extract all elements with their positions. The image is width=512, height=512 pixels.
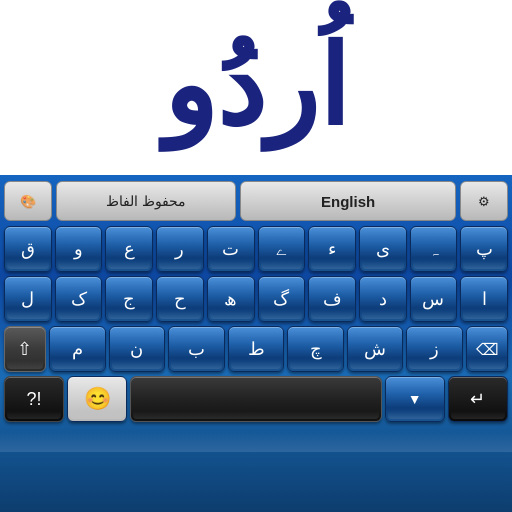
key-aa[interactable]: ا	[460, 276, 508, 322]
keyboard-row-3: ⇧ م ن ب ط چ ش ز ⌫	[4, 326, 508, 372]
arrow-down-icon: ▼	[408, 391, 422, 407]
shift-key[interactable]: ⇧	[4, 326, 46, 372]
key-tt[interactable]: ط	[228, 326, 285, 372]
keyboard-row-4: !? 😊 ▼ ↵	[4, 376, 508, 422]
key-a[interactable]: ل	[4, 276, 52, 322]
key-e[interactable]: ع	[105, 226, 153, 272]
paint-icon: 🎨	[20, 194, 36, 209]
key-m[interactable]: م	[49, 326, 106, 372]
saved-words-label: محفوظ الفاظ	[106, 193, 186, 209]
paint-button[interactable]: 🎨	[4, 181, 52, 221]
key-n[interactable]: ن	[109, 326, 166, 372]
key-b[interactable]: ب	[168, 326, 225, 372]
key-l[interactable]: س	[410, 276, 458, 322]
key-g[interactable]: ھ	[207, 276, 255, 322]
settings-icon: ⚙	[478, 194, 490, 209]
key-k[interactable]: د	[359, 276, 407, 322]
keyboard-row-2: ل ک ج ح ھ گ ف د س ا	[4, 276, 508, 322]
emoji-icon: 😊	[84, 386, 111, 412]
settings-button[interactable]: ⚙	[460, 181, 508, 221]
key-w[interactable]: و	[55, 226, 103, 272]
backspace-key[interactable]: ⌫	[466, 326, 508, 372]
key-h[interactable]: گ	[258, 276, 306, 322]
key-q[interactable]: ق	[4, 226, 52, 272]
key-p[interactable]: پ	[460, 226, 508, 272]
enter-icon: ↵	[470, 388, 485, 410]
toolbar-row: 🎨 محفوظ الفاظ English ⚙	[4, 181, 508, 221]
key-f[interactable]: ح	[156, 276, 204, 322]
key-o[interactable]: ہ	[410, 226, 458, 272]
key-y[interactable]: ے	[258, 226, 306, 272]
urdu-logo-text: اُردُو	[163, 33, 349, 143]
arrow-down-key[interactable]: ▼	[385, 376, 445, 422]
enter-key[interactable]: ↵	[448, 376, 508, 422]
key-u[interactable]: ء	[308, 226, 356, 272]
space-key[interactable]	[130, 376, 381, 422]
key-r[interactable]: ر	[156, 226, 204, 272]
header-area: اُردُو	[0, 0, 512, 175]
shift-icon: ⇧	[17, 338, 32, 360]
key-z[interactable]: ز	[406, 326, 463, 372]
keyboard-container: 🎨 محفوظ الفاظ English ⚙ ق و ع ر ت ے ء ی …	[0, 175, 512, 512]
english-button[interactable]: English	[240, 181, 456, 221]
smoke-effect	[0, 432, 512, 452]
english-label: English	[321, 193, 375, 210]
special-chars-label: !?	[27, 389, 42, 410]
key-ch[interactable]: چ	[287, 326, 344, 372]
key-i[interactable]: ی	[359, 226, 407, 272]
keyboard-row-1: ق و ع ر ت ے ء ی ہ پ	[4, 226, 508, 272]
special-chars-key[interactable]: !?	[4, 376, 64, 422]
key-s[interactable]: ک	[55, 276, 103, 322]
backspace-icon: ⌫	[476, 340, 499, 359]
emoji-key[interactable]: 😊	[67, 376, 127, 422]
key-d[interactable]: ج	[105, 276, 153, 322]
key-t[interactable]: ت	[207, 226, 255, 272]
key-j[interactable]: ف	[308, 276, 356, 322]
key-sh[interactable]: ش	[347, 326, 404, 372]
saved-words-button[interactable]: محفوظ الفاظ	[56, 181, 236, 221]
